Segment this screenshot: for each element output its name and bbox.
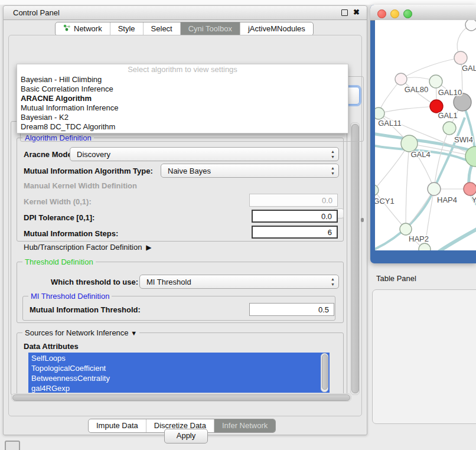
network-node-y[interactable] (464, 182, 476, 195)
dpi-tolerance-label: DPI Tolerance [0,1]: (24, 213, 94, 222)
dpi-tolerance-field[interactable]: 0.0 (252, 210, 338, 223)
algorithm-option[interactable]: Bayesian - Hill Climbing (21, 75, 344, 84)
dropdown-placeholder: Select algorithm to view settings (17, 65, 348, 74)
apply-button[interactable]: Apply (164, 429, 208, 444)
network-canvas[interactable]: GALGAL80GAL10GAL1GAL11SWI4GAL4HAP4YGCY1H… (375, 20, 476, 250)
settings-hscrollbar[interactable] (11, 393, 351, 402)
minimize-traffic-light[interactable] (390, 9, 399, 18)
dpi-tolerance-value: 0.0 (321, 212, 332, 221)
algorithm-dropdown-popup: Select algorithm to view settings Bayesi… (17, 64, 348, 133)
hub-definition-expander[interactable]: Hub/Transcription Factor Definition ▶ (24, 243, 152, 252)
combo-arrows-icon: ▲▼ (331, 149, 335, 159)
network-node-gal80[interactable] (395, 73, 407, 85)
network-node-gcy1[interactable] (375, 185, 379, 195)
splitter-handle[interactable] (361, 218, 364, 222)
mi-steps-field[interactable]: 6 (252, 226, 338, 239)
mi-type-value: Naive Bayes (168, 167, 211, 175)
mi-threshold-value: 0.5 (318, 305, 329, 314)
data-attribute-item[interactable]: gal4RGexp (28, 383, 330, 393)
settings-vscrollbar[interactable] (350, 122, 360, 395)
node-label: Y (472, 195, 476, 204)
control-panel-tabbar: NetworkStyleSelectCyni ToolboxjActiveMNo… (55, 22, 314, 36)
which-threshold-combo[interactable]: MI Threshold ▲▼ (139, 275, 339, 289)
sources-legend[interactable]: Sources for Network Inference ▼ (22, 328, 139, 337)
expander-down-icon: ▼ (131, 330, 137, 337)
screen: Control Panel ✖ NetworkStyleSelectCyni T… (0, 0, 476, 450)
mi-steps-value: 6 (328, 228, 332, 237)
network-icon (63, 22, 71, 35)
attributes-scrollbar[interactable] (321, 353, 328, 392)
algorithm-option[interactable]: Basic Correlation Inference (21, 84, 344, 94)
mi-threshold-field[interactable]: 0.5 (249, 303, 334, 316)
node-label: HAP4 (437, 195, 457, 204)
data-attribute-item[interactable]: TopologicalCoefficient (28, 363, 330, 373)
data-attribute-item[interactable]: SelfLoops (28, 353, 330, 363)
close-icon[interactable]: ✖ (353, 8, 360, 17)
tab-jactivemnodules[interactable]: jActiveMNodules (240, 22, 313, 35)
which-threshold-value: MI Threshold (146, 278, 191, 286)
node-label: GAL11 (378, 119, 402, 128)
tab-style[interactable]: Style (110, 22, 144, 35)
table-panel-window (372, 289, 476, 424)
float-window-icon[interactable] (341, 9, 348, 16)
node-label: HAP2 (409, 234, 429, 243)
kernel-width-value: 0.0 (322, 196, 332, 205)
expander-right-icon: ▶ (144, 243, 152, 252)
aracne-mode-value: Discovery (77, 150, 110, 159)
network-node[interactable] (419, 243, 431, 250)
control-panel-title: Control Panel (13, 8, 60, 17)
algorithm-option[interactable]: ARACNE Algorithm (21, 94, 344, 103)
mi-threshold-legend: MI Threshold Definition (28, 292, 112, 301)
node-label: GAL1 (438, 111, 457, 120)
threshold-definition-legend: Threshold Definition (22, 257, 96, 266)
node-label: GAL (462, 64, 476, 73)
manual-kernel-label: Manual Kernel Width Definition (24, 181, 137, 190)
node-label: SWI4 (454, 135, 473, 144)
network-node-swi4[interactable] (443, 122, 456, 135)
tab-network[interactable]: Network (56, 22, 110, 35)
network-view-window: GALGAL80GAL10GAL1GAL11SWI4GAL4HAP4YGCY1H… (370, 5, 476, 263)
network-window-titlebar (370, 5, 476, 21)
network-node-gal10[interactable] (429, 75, 442, 88)
kernel-width-label: Kernel Width (0,1): (24, 197, 92, 206)
combo-arrows-icon: ▲▼ (331, 276, 335, 287)
which-threshold-label: Which threshold to use: (51, 278, 138, 286)
network-node-gal4[interactable] (401, 135, 418, 152)
network-node-hap2[interactable] (400, 223, 412, 235)
algorithm-option[interactable]: Bayesian - K2 (21, 113, 344, 122)
tab-infer-network[interactable]: Infer Network (214, 419, 275, 432)
control-panel-titlebar: Control Panel ✖ (4, 6, 367, 20)
tab-impute-data[interactable]: Impute Data (89, 419, 146, 432)
node-label: GCY1 (375, 197, 395, 206)
mi-type-label: Mutual Information Algorithm Type: (24, 167, 153, 175)
node-label: GAL80 (405, 85, 428, 94)
algorithm-option[interactable]: Mutual Information Inference (21, 103, 344, 113)
control-panel-window: Control Panel ✖ NetworkStyleSelectCyni T… (3, 5, 367, 435)
aracne-mode-label: Aracne Mode: (24, 150, 74, 159)
data-attributes-list: gal4RGexpBetweennessCentralityTopologica… (28, 353, 330, 393)
network-node-hap4[interactable] (428, 182, 441, 195)
data-attribute-item[interactable]: BetweennessCentrality (28, 373, 330, 383)
desktop-background (0, 0, 476, 5)
tab-select[interactable]: Select (144, 22, 181, 35)
data-attributes-label: Data Attributes (24, 342, 79, 351)
aracne-mode-combo[interactable]: Discovery ▲▼ (70, 147, 339, 161)
mi-threshold-label: Mutual Information Threshold: (30, 305, 141, 314)
close-traffic-light[interactable] (377, 9, 386, 18)
network-node-gal[interactable] (454, 51, 467, 64)
table-panel-title: Table Panel (376, 274, 416, 283)
combo-arrows-icon: ▲▼ (331, 165, 335, 176)
docked-panel-icon[interactable] (5, 441, 20, 450)
algorithm-option[interactable]: Dream8 DC_TDC Algorithm (21, 122, 344, 132)
node-label: GAL10 (438, 88, 462, 97)
tab-cyni-toolbox[interactable]: Cyni Toolbox (181, 22, 240, 35)
node-label: GAL4 (410, 150, 430, 159)
cyni-toolbox-content: Select algorithm to view settings Bayesi… (8, 35, 362, 416)
network-node-gal11[interactable] (375, 107, 384, 119)
mi-steps-label: Mutual Information Steps: (24, 229, 118, 238)
zoom-traffic-light[interactable] (403, 9, 412, 18)
network-node[interactable] (465, 20, 476, 31)
kernel-width-field[interactable]: 0.0 (249, 194, 338, 207)
mi-type-combo[interactable]: Naive Bayes ▲▼ (161, 164, 339, 178)
